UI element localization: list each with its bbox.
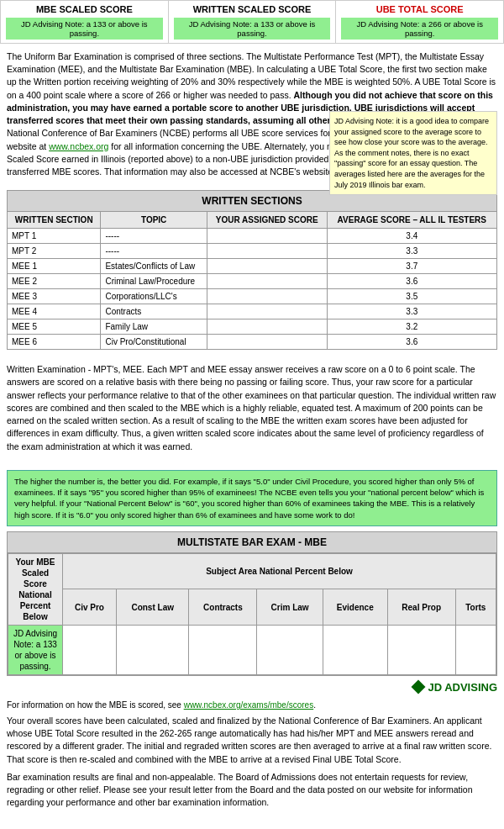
mbe-score-title: MBE SCALED SCORE bbox=[6, 4, 163, 14]
written-score-col: WRITTEN SCALED SCORE JD Advising Note: a… bbox=[169, 1, 337, 43]
written-table-row: MEE 2 Criminal Law/Procedure 3.6 bbox=[8, 274, 497, 289]
written-avg-score: 3.3 bbox=[327, 244, 496, 259]
ube-score-title: UBE TOTAL SCORE bbox=[341, 4, 498, 14]
written-your-score bbox=[207, 259, 327, 274]
written-section-label: MEE 4 bbox=[8, 304, 101, 319]
written-topic-label: ----- bbox=[101, 244, 207, 259]
written-your-score bbox=[207, 229, 327, 244]
written-section-label: MEE 1 bbox=[8, 259, 101, 274]
mbe-subject-col-header: Const Law bbox=[116, 589, 189, 626]
mbe-real-prop-cell bbox=[387, 625, 455, 674]
col-header-your-score: YOUR ASSIGNED SCORE bbox=[207, 212, 327, 229]
written-table-row: MEE 3 Corporations/LLC's 3.5 bbox=[8, 289, 497, 304]
mbe-civ-pro-cell bbox=[63, 625, 117, 674]
written-section-label: MEE 2 bbox=[8, 274, 101, 289]
written-section-label: MEE 3 bbox=[8, 289, 101, 304]
mbe-score-col: MBE SCALED SCORE JD Advising Note: a 133… bbox=[1, 1, 169, 43]
mbe-subject-col-header: Civ Pro bbox=[63, 589, 117, 626]
mbe-contracts-cell bbox=[189, 625, 257, 674]
written-table-row: MPT 1 ----- 3.4 bbox=[8, 229, 497, 244]
ncbe-mbe-link[interactable]: www.ncbex.org/exams/mbe/scores bbox=[184, 700, 314, 710]
written-table-row: MEE 6 Civ Pro/Constitutional 3.6 bbox=[8, 335, 497, 350]
written-table-row: MEE 5 Family Law 3.2 bbox=[8, 319, 497, 335]
written-avg-score: 3.6 bbox=[327, 274, 496, 289]
written-score-title: WRITTEN SCALED SCORE bbox=[174, 4, 331, 14]
mbe-score-note: JD Advising Note: a 133 or above is pass… bbox=[6, 18, 163, 40]
footer-note: For information on how the MBE is scored… bbox=[0, 697, 504, 711]
jd-advising-logo-area: JD ADVISING bbox=[0, 679, 504, 697]
mbe-title: MULTISTATE BAR EXAM - MBE bbox=[7, 531, 497, 552]
mbe-torts-cell bbox=[455, 625, 496, 674]
written-avg-score: 3.4 bbox=[327, 229, 496, 244]
written-avg-score: 3.3 bbox=[327, 304, 496, 319]
green-info-text: The higher the number is, the better you… bbox=[14, 477, 484, 520]
written-explanation: Written Examination - MPT's, MEE. Each M… bbox=[0, 356, 504, 465]
mbe-table: Your MBE Scaled ScoreNational Percent Be… bbox=[8, 553, 496, 675]
mbe-subject-col-header: Evidence bbox=[323, 589, 387, 626]
tooltip-text: JD Advising Note: it is a good idea to c… bbox=[334, 117, 489, 189]
jd-advising-logo-text: JD ADVISING bbox=[428, 681, 497, 694]
written-your-score bbox=[207, 335, 327, 350]
intro-section: The Uniform Bar Examination is comprised… bbox=[0, 44, 504, 190]
written-your-score bbox=[207, 319, 327, 335]
written-avg-score: 3.6 bbox=[327, 335, 496, 350]
ube-score-note: JD Advising Note: a 266 or above is pass… bbox=[341, 18, 498, 40]
footer-text: Your overall scores have been calculated… bbox=[0, 711, 504, 820]
mbe-crim-law-cell bbox=[257, 625, 323, 674]
written-section-label: MPT 2 bbox=[8, 244, 101, 259]
written-your-score bbox=[207, 304, 327, 319]
ncbe-link[interactable]: www.ncbex.org bbox=[49, 141, 108, 151]
tooltip-box: JD Advising Note: it is a good idea to c… bbox=[329, 111, 497, 195]
written-topic-label: Family Law bbox=[101, 319, 207, 335]
mbe-evidence-cell bbox=[323, 625, 387, 674]
mbe-subject-header: Subject Area National Percent Below bbox=[63, 553, 496, 589]
written-your-score bbox=[207, 289, 327, 304]
score-header: MBE SCALED SCORE JD Advising Note: a 133… bbox=[0, 0, 504, 44]
written-section-label: MEE 6 bbox=[8, 335, 101, 350]
mbe-subject-col-header: Torts bbox=[455, 589, 496, 626]
mbe-const-law-cell bbox=[116, 625, 189, 674]
written-topic-label: Estates/Conflicts of Law bbox=[101, 259, 207, 274]
mbe-col-header-scaled: Your MBE Scaled ScoreNational Percent Be… bbox=[8, 553, 63, 625]
written-table-row: MEE 4 Contracts 3.3 bbox=[8, 304, 497, 319]
mbe-note-text: JD Advising Note: a 133 or above is pass… bbox=[13, 629, 57, 671]
written-explanation-text: Written Examination - MPT's, MEE. Each M… bbox=[7, 363, 497, 453]
mbe-subject-col-header: Crim Law bbox=[257, 589, 323, 626]
mbe-table-wrapper: Your MBE Scaled ScoreNational Percent Be… bbox=[7, 552, 497, 676]
col-header-topic: TOPIC bbox=[101, 212, 207, 229]
written-table-row: MPT 2 ----- 3.3 bbox=[8, 244, 497, 259]
jd-logo-diamond-icon bbox=[412, 680, 426, 694]
written-section-label: MEE 5 bbox=[8, 319, 101, 335]
written-avg-score: 3.2 bbox=[327, 319, 496, 335]
written-your-score bbox=[207, 274, 327, 289]
written-topic-label: Criminal Law/Procedure bbox=[101, 274, 207, 289]
written-section-label: MPT 1 bbox=[8, 229, 101, 244]
mbe-subject-col-header: Contracts bbox=[189, 589, 257, 626]
ube-score-col: UBE TOTAL SCORE JD Advising Note: a 266 … bbox=[336, 1, 503, 43]
col-header-avg-score: AVERAGE SCORE – ALL IL TESTERS bbox=[327, 212, 496, 229]
written-topic-label: Corporations/LLC's bbox=[101, 289, 207, 304]
written-sections-table: WRITTEN SECTION TOPIC YOUR ASSIGNED SCOR… bbox=[7, 211, 497, 350]
written-table-row: MEE 1 Estates/Conflicts of Law 3.7 bbox=[8, 259, 497, 274]
written-score-note: JD Advising Note: a 133 or above is pass… bbox=[174, 18, 331, 40]
written-topic-label: Contracts bbox=[101, 304, 207, 319]
mbe-subject-col-header: Real Prop bbox=[387, 589, 455, 626]
written-sections-block: WRITTEN SECTIONS WRITTEN SECTION TOPIC Y… bbox=[0, 190, 504, 356]
green-info-box: The higher the number is, the better you… bbox=[7, 470, 497, 526]
written-topic-label: ----- bbox=[101, 229, 207, 244]
written-avg-score: 3.5 bbox=[327, 289, 496, 304]
final-text-2: Bar examination results are final and no… bbox=[7, 771, 497, 810]
written-avg-score: 3.7 bbox=[327, 259, 496, 274]
mbe-note-cell: JD Advising Note: a 133 or above is pass… bbox=[8, 625, 63, 674]
written-topic-label: Civ Pro/Constitutional bbox=[101, 335, 207, 350]
col-header-section: WRITTEN SECTION bbox=[8, 212, 101, 229]
written-your-score bbox=[207, 244, 327, 259]
final-text-1: Your overall scores have been calculated… bbox=[7, 715, 497, 766]
